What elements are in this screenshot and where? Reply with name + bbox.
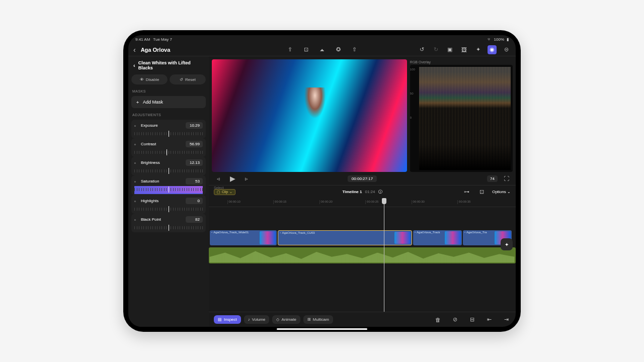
connect-icon[interactable]: ⊶ xyxy=(462,188,471,197)
adj-slider[interactable] xyxy=(134,167,203,174)
video-clip[interactable]: ▫AgaOrlova_Track xyxy=(413,230,462,245)
adj-slider[interactable] xyxy=(134,130,203,137)
adj-value[interactable]: 10.29 xyxy=(186,122,203,129)
adjustments-label: ADJUSTMENTS xyxy=(131,113,206,117)
timecode-display[interactable]: 00:00:27:17 xyxy=(348,175,377,182)
redo-icon[interactable]: ↻ xyxy=(431,45,440,54)
camera-icon[interactable]: ⊡ xyxy=(301,45,310,54)
history-icon[interactable]: ↺ xyxy=(417,45,426,54)
video-clip[interactable]: ▫AgaOrlova_Track_Wide01 xyxy=(210,230,277,245)
adj-slider[interactable] xyxy=(134,149,203,156)
eye-icon: 👁 xyxy=(140,77,144,82)
adj-value[interactable]: 82 xyxy=(186,216,203,223)
clip-selector[interactable]: ▢ Clip ⌄ xyxy=(214,189,235,195)
status-bar: 9:41 AM Tue May 7 ᯤ 100% ▮ xyxy=(128,35,516,43)
audio-clip[interactable] xyxy=(209,247,516,263)
reset-button[interactable]: ↺Reset xyxy=(170,74,206,84)
clip-name: AgaOrlova_Track_Wide01 xyxy=(213,231,249,234)
effect-title: Clean Whites with Lifted Blacks xyxy=(138,60,204,70)
info-icon[interactable]: ⓘ xyxy=(378,189,382,195)
adj-slider[interactable] xyxy=(134,186,203,194)
scope-mark: 0 xyxy=(410,116,417,119)
title-bar: ‹ Aga Orlova ⇪ ⊡ ⏶ ✪ ⇧ ↺ ↻ ▣ 🖼 ✦ ◉ ⊝ xyxy=(128,43,516,56)
adj-value[interactable]: 56.99 xyxy=(186,141,203,147)
trim-end-icon[interactable]: ⇥ xyxy=(502,315,511,324)
import-icon[interactable]: ⇪ xyxy=(285,45,294,54)
battery-icon: ▮ xyxy=(507,37,509,42)
settings-icon[interactable]: ⊝ xyxy=(502,45,511,54)
volume-tab[interactable]: ♪ Volume xyxy=(244,315,270,324)
timeline[interactable]: 00:00:1000:00:1500:00:2000:00:2500:00:30… xyxy=(209,198,516,312)
zoom-level[interactable]: 74 xyxy=(487,175,498,182)
app-screen: 9:41 AM Tue May 7 ᯤ 100% ▮ ‹ Aga Orlova … xyxy=(128,35,516,327)
adj-slider[interactable] xyxy=(134,206,203,213)
animate-tab[interactable]: ◇ Animate xyxy=(272,315,300,324)
adjustment-black-point[interactable]: ◦Black Point82 xyxy=(131,214,206,232)
adj-value[interactable]: 0 xyxy=(186,198,203,204)
audio-track[interactable] xyxy=(209,247,516,263)
video-viewer[interactable] xyxy=(212,59,407,172)
battery-pct: 100% xyxy=(494,37,504,42)
adj-value[interactable]: 12.13 xyxy=(186,159,203,166)
video-clip[interactable]: ▫AgaOrlova_Track_CU03 xyxy=(278,230,412,245)
share-icon[interactable]: ⇧ xyxy=(350,45,359,54)
adjustment-contrast[interactable]: ◦Contrast56.99 xyxy=(131,138,206,157)
adj-value[interactable]: 53 xyxy=(186,178,203,185)
voiceover-icon[interactable]: ⏶ xyxy=(317,45,327,54)
adj-label: Black Point xyxy=(141,217,161,222)
adjustment-highlights[interactable]: ◦Highlights0 xyxy=(131,195,206,214)
next-frame-button[interactable]: ▹ xyxy=(242,174,251,183)
adjustment-saturation[interactable]: ◦Saturation53 xyxy=(131,175,206,195)
inspector-sidebar: ‹ Clean Whites with Lifted Blacks 👁Disab… xyxy=(128,56,209,327)
clip-name: AgaOrlova_Track xyxy=(417,231,440,234)
adj-icon: ◦ xyxy=(134,218,138,222)
ruler-mark: 00:00:20 xyxy=(319,200,333,204)
adj-label: Contrast xyxy=(141,142,156,146)
effect-header[interactable]: ‹ Clean Whites with Lifted Blacks xyxy=(131,59,206,71)
adj-icon: ◦ xyxy=(134,199,138,203)
clip-tag-icon: ▫ xyxy=(464,231,465,234)
marker-icon[interactable]: ✪ xyxy=(334,45,343,54)
adj-icon: ◦ xyxy=(134,142,138,146)
tool-button[interactable]: ✦ xyxy=(501,238,513,250)
adj-label: Saturation xyxy=(141,179,159,184)
transport-bar: ◃ ▶ ▹ 00:00:27:17 74 ⛶ xyxy=(209,172,516,185)
options-button[interactable]: Options ⌄ xyxy=(492,190,511,194)
fullscreen-icon[interactable]: ⛶ xyxy=(502,174,511,183)
effects-icon[interactable]: ✦ xyxy=(473,45,482,54)
library-icon[interactable]: ▣ xyxy=(445,45,454,54)
back-button[interactable]: ‹ xyxy=(133,46,136,54)
scopes-icon[interactable]: ◉ xyxy=(488,45,497,54)
wifi-icon: ᯤ xyxy=(488,37,492,42)
scope-mark: 100 xyxy=(410,68,417,71)
snap-icon[interactable]: ⊡ xyxy=(477,188,486,197)
adj-slider[interactable] xyxy=(134,224,203,231)
status-date: Tue May 7 xyxy=(153,37,172,42)
project-title: Aga Orlova xyxy=(141,47,171,53)
ruler-mark: 00:00:10 xyxy=(227,200,240,204)
play-button[interactable]: ▶ xyxy=(228,174,237,183)
video-track[interactable]: ▫AgaOrlova_Track_Wide01▫AgaOrlova_Track_… xyxy=(209,230,516,245)
timeline-duration: 01:24 xyxy=(365,190,375,194)
inspect-tab[interactable]: ▤ Inspect xyxy=(214,315,241,324)
adj-icon: ◦ xyxy=(134,124,138,128)
multicam-tab[interactable]: ⊞ Multicam xyxy=(303,315,333,324)
adj-icon: ◦ xyxy=(134,179,138,184)
photo-icon[interactable]: 🖼 xyxy=(459,45,468,54)
adjustment-exposure[interactable]: ◦Exposure10.29 xyxy=(131,120,206,138)
adj-label: Brightness xyxy=(141,160,160,165)
timeline-header: Select ▢ Clip ⌄ Timeline 1 01:24 ⓘ ⊶ ⊡ O… xyxy=(209,185,516,198)
timeline-ruler[interactable]: 00:00:1000:00:1500:00:2000:00:2500:00:30… xyxy=(209,198,516,207)
split-icon[interactable]: ⊟ xyxy=(467,315,476,324)
enable-icon[interactable]: ⊘ xyxy=(450,315,459,324)
clip-tag-icon: ▫ xyxy=(280,231,281,234)
add-mask-button[interactable]: ＋Add Mask xyxy=(131,96,206,108)
trim-start-icon[interactable]: ⇤ xyxy=(485,315,494,324)
disable-button[interactable]: 👁Disable xyxy=(131,74,168,84)
clip-tag-icon: ▫ xyxy=(211,231,212,234)
delete-icon[interactable]: 🗑 xyxy=(433,315,442,324)
playhead[interactable] xyxy=(384,198,384,312)
prev-frame-button[interactable]: ◃ xyxy=(214,174,223,183)
bottom-toolbar: ▤ Inspect ♪ Volume ◇ Animate ⊞ Multicam … xyxy=(209,312,516,327)
adjustment-brightness[interactable]: ◦Brightness12.13 xyxy=(131,157,206,175)
